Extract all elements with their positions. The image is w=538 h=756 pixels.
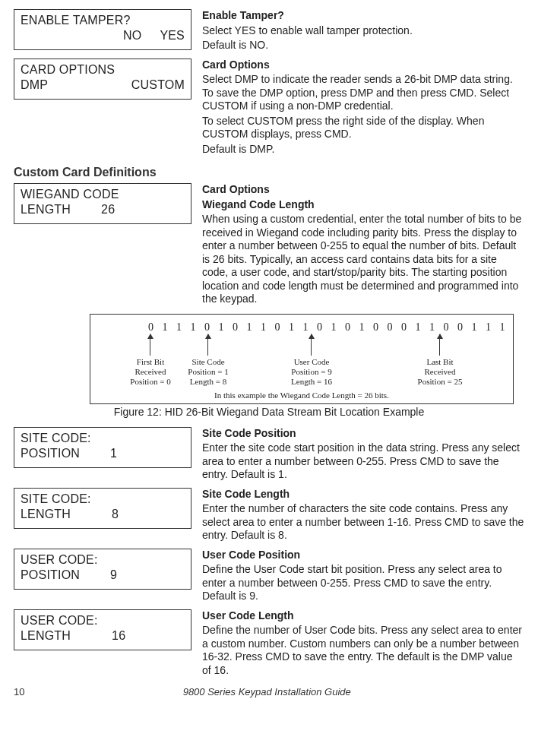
- user-code-length-title: User Code Length: [202, 609, 294, 622]
- display-user-code-length: USER CODE: LENGTH 16: [14, 609, 191, 650]
- body-text: Select DMP to indicate the reader sends …: [202, 73, 524, 113]
- display-line: USER CODE:: [21, 552, 185, 568]
- figure-12: 0 1 1 1 0 1 0 1 1 0 1 1 0 1 0 1 0 0 0 1 …: [90, 314, 514, 405]
- display-label: POSITION: [21, 446, 80, 461]
- display-site-code-length: SITE CODE: LENGTH 8: [14, 488, 191, 529]
- display-user-code-position: USER CODE: POSITION 9: [14, 549, 191, 590]
- user-code-length-row: USER CODE: LENGTH 16 User Code Length De…: [14, 609, 524, 679]
- body-text: Enter the number of characters the site …: [202, 502, 524, 542]
- display-label: LENGTH: [21, 507, 71, 522]
- display-card-options: CARD OPTIONS DMP CUSTOM: [14, 59, 191, 100]
- user-code-length-desc: User Code Length Define the number of Us…: [202, 609, 524, 679]
- display-label: LENGTH: [21, 202, 71, 217]
- figure-title: Figure 12: HID 26-Bit Wiegand Data Strea…: [14, 406, 524, 419]
- bitstream: 0 1 1 1 0 1 0 1 1 0 1 1 0 1 0 1 0 0 0 1 …: [148, 321, 505, 334]
- display-line: ENABLE TAMPER?: [21, 13, 185, 28]
- display-label: POSITION: [21, 568, 80, 583]
- user-code-position-desc: User Code Position Define the User Code …: [202, 549, 524, 605]
- option-no[interactable]: NO: [123, 28, 141, 43]
- display-line: SITE CODE:: [21, 431, 185, 446]
- arrow-user-code: [311, 334, 312, 356]
- body-text: Select YES to enable wall tamper protect…: [202, 24, 524, 38]
- page-footer: 10 9800 Series Keypad Installation Guide: [14, 686, 524, 698]
- arrow-first-bit: [150, 334, 150, 356]
- display-value[interactable]: 26: [101, 202, 115, 217]
- wiegand-row: WIEGAND CODE LENGTH 26 Card Options Wieg…: [14, 183, 524, 308]
- label-user-code: User Code Position = 9 Length = 16: [270, 357, 353, 387]
- body-text: Default is DMP.: [202, 143, 524, 157]
- body-text: Enter the site code start position in th…: [202, 441, 524, 482]
- option-dmp[interactable]: DMP: [21, 77, 48, 93]
- body-text: When using a custom credential, enter th…: [202, 213, 524, 306]
- custom-card-definitions-heading: Custom Card Definitions: [14, 165, 524, 180]
- site-code-position-title: Site Code Position: [202, 427, 296, 439]
- user-code-position-row: USER CODE: POSITION 9 User Code Position…: [14, 549, 524, 605]
- body-text: Default is NO.: [202, 39, 524, 52]
- wiegand-subtitle: Wiegand Code Length: [202, 198, 524, 212]
- option-yes[interactable]: YES: [160, 28, 185, 43]
- user-code-position-title: User Code Position: [202, 549, 300, 561]
- display-site-code-position: SITE CODE: POSITION 1: [14, 427, 191, 468]
- card-options-title: Card Options: [202, 59, 270, 71]
- label-site-code: Site Code Position = 1 Length = 8: [166, 357, 250, 387]
- doc-title: 9800 Series Keypad Installation Guide: [24, 686, 509, 698]
- display-wiegand: WIEGAND CODE LENGTH 26: [14, 183, 191, 224]
- display-value[interactable]: 1: [110, 446, 117, 461]
- arrow-last-bit: [439, 334, 440, 356]
- label-last-bit: Last Bit Received Position = 25: [398, 357, 482, 387]
- arrow-site-code: [207, 334, 208, 356]
- enable-tamper-title: Enable Tamper?: [202, 9, 284, 21]
- display-value[interactable]: 8: [112, 507, 119, 522]
- display-line: USER CODE:: [21, 613, 185, 628]
- enable-tamper-desc: Enable Tamper? Select YES to enable wall…: [202, 9, 524, 54]
- display-line: WIEGAND CODE: [21, 187, 185, 202]
- site-code-length-desc: Site Code Length Enter the number of cha…: [202, 488, 524, 544]
- site-code-length-title: Site Code Length: [202, 488, 290, 500]
- body-text: Define the number of User Code bits. Pre…: [202, 624, 524, 677]
- body-text: Define the User Code start bit position.…: [202, 563, 524, 603]
- figure-arrows: First Bit Received Position = 0 Site Cod…: [98, 334, 505, 387]
- display-value[interactable]: 9: [110, 568, 117, 583]
- option-custom[interactable]: CUSTOM: [131, 77, 185, 93]
- card-options-row: CARD OPTIONS DMP CUSTOM Card Options Sel…: [14, 59, 524, 158]
- wiegand-desc: Card Options Wiegand Code Length When us…: [202, 183, 524, 308]
- display-line: CARD OPTIONS: [21, 62, 185, 77]
- card-options-desc: Card Options Select DMP to indicate the …: [202, 59, 524, 158]
- wiegand-title: Card Options: [202, 183, 270, 195]
- figure-inner-caption: In this example the Wiegand Code Length …: [98, 391, 505, 401]
- site-code-position-row: SITE CODE: POSITION 1 Site Code Position…: [14, 427, 524, 483]
- display-value[interactable]: 16: [112, 628, 125, 644]
- display-enable-tamper: ENABLE TAMPER? NO YES: [14, 9, 191, 50]
- site-code-position-desc: Site Code Position Enter the site code s…: [202, 427, 524, 483]
- display-label: LENGTH: [21, 628, 71, 644]
- page-number: 10: [14, 686, 24, 698]
- enable-tamper-row: ENABLE TAMPER? NO YES Enable Tamper? Sel…: [14, 9, 524, 54]
- site-code-length-row: SITE CODE: LENGTH 8 Site Code Length Ent…: [14, 488, 524, 544]
- display-line: SITE CODE:: [21, 492, 185, 507]
- body-text: To select CUSTOM press the right side of…: [202, 115, 524, 141]
